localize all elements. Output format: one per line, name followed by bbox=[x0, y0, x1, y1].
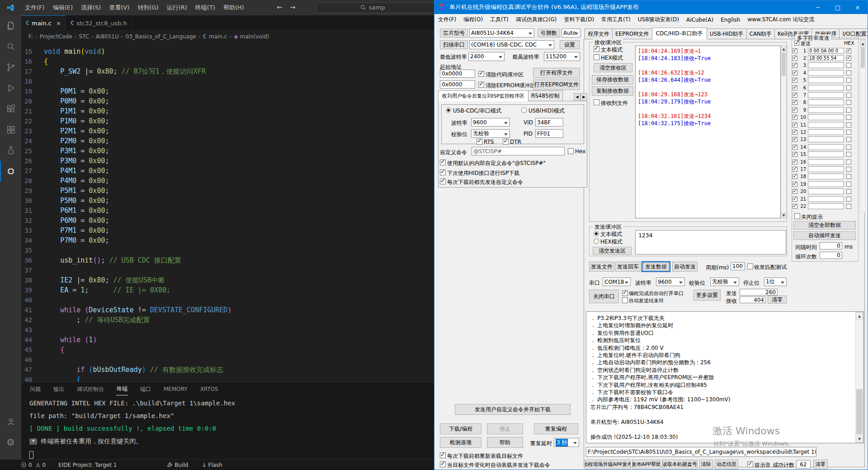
dtr-checkbox[interactable] bbox=[503, 139, 509, 145]
clear-receive-button[interactable]: 清空接收区 bbox=[594, 63, 632, 72]
clear-code-checkbox[interactable] bbox=[478, 71, 484, 77]
multi-string-input[interactable]: 18 00 55 54 bbox=[808, 55, 844, 61]
multi-hex-checkbox[interactable] bbox=[846, 93, 851, 98]
tab-main.c[interactable]: Cmain.c× bbox=[21, 15, 66, 31]
multi-string-input[interactable] bbox=[808, 196, 844, 202]
auto-load-send-checkbox[interactable] bbox=[440, 461, 446, 467]
chip-model-button[interactable]: 芯片型号 bbox=[440, 28, 468, 38]
stc-tab-EEPROM文件[interactable]: EEPROM文件 bbox=[612, 28, 652, 39]
menu-item-2[interactable]: 选择(S) bbox=[77, 4, 105, 12]
multi-string-input[interactable] bbox=[808, 92, 844, 98]
open-program-button[interactable]: 打开程序文件 bbox=[533, 68, 580, 78]
multi-hex-checkbox[interactable] bbox=[846, 160, 851, 164]
tab-stc32_stc8_usb.h[interactable]: Cstc32_stc8_usb.h bbox=[66, 15, 132, 31]
max-baud-select[interactable]: 115200 bbox=[544, 52, 580, 61]
stc-tab-USB-HID助手[interactable]: USB-HID助手 bbox=[707, 28, 747, 39]
custom-command-input[interactable]: @STCISP# bbox=[472, 147, 565, 155]
publish-app-help-button[interactable]: 发布APP帮助 bbox=[632, 460, 660, 469]
tab-reset-to-isp[interactable]: 收到用户命令后复位到ISP监控程序区 bbox=[438, 90, 528, 101]
multi-string-input[interactable] bbox=[808, 203, 844, 209]
multi-hex-checkbox[interactable] bbox=[846, 63, 851, 68]
breadcrumb-item[interactable]: main.c bbox=[209, 33, 227, 40]
multi-string-input[interactable] bbox=[808, 77, 844, 83]
multi-send-checkbox[interactable] bbox=[793, 93, 797, 98]
rts-checkbox[interactable] bbox=[476, 139, 482, 145]
multi-hex-checkbox[interactable] bbox=[846, 174, 851, 179]
stc-tab-程序文件[interactable]: 程序文件 bbox=[585, 28, 613, 39]
send-data-button[interactable]: 发送数据 bbox=[642, 261, 670, 272]
multi-hex-checkbox[interactable] bbox=[846, 167, 851, 172]
dynamic-info-button[interactable]: 动态信息 bbox=[715, 460, 738, 469]
multi-send-checkbox[interactable] bbox=[793, 152, 797, 157]
minimize-button[interactable]: ─ bbox=[808, 0, 828, 14]
clear-count-button[interactable]: 清零 bbox=[768, 296, 787, 304]
explorer-icon[interactable] bbox=[0, 15, 21, 36]
more-settings-button[interactable]: 更多设置 bbox=[693, 290, 721, 301]
help-button[interactable]: 帮助 bbox=[487, 437, 523, 448]
serial-parity-select[interactable]: 无校验 bbox=[710, 277, 739, 286]
vscode-logo-icon[interactable] bbox=[0, 4, 21, 12]
multi-string-input[interactable] bbox=[808, 144, 844, 150]
rx-hex-mode-checkbox[interactable] bbox=[594, 54, 599, 60]
stc-menu-item-3[interactable]: 调试仿真接口(G) bbox=[512, 16, 561, 24]
multi-send-checkbox[interactable] bbox=[793, 137, 797, 142]
close-serial-button[interactable]: 关闭串口 bbox=[589, 290, 619, 303]
multi-send-checkbox[interactable] bbox=[793, 145, 797, 150]
search-sidebar-icon[interactable] bbox=[0, 36, 21, 57]
multi-send-checkbox[interactable] bbox=[793, 78, 797, 83]
multi-string-input[interactable] bbox=[808, 174, 844, 179]
multi-string-input[interactable] bbox=[808, 136, 844, 142]
vid-input[interactable]: 34BF bbox=[535, 118, 563, 127]
nav-forward-icon[interactable]: → bbox=[290, 3, 296, 11]
device-info-panel[interactable]: . P3.2和P3.3与下次下载无关 . 上电复位时增加额外的复位延时 . 复位… bbox=[586, 311, 864, 443]
multi-string-input[interactable] bbox=[808, 114, 844, 120]
panel-tab-XRTOS[interactable]: XRTOS bbox=[200, 384, 219, 395]
tab-scroll-right-icon[interactable]: ▶ bbox=[580, 93, 587, 100]
interval-input[interactable]: 0 bbox=[820, 242, 842, 249]
multi-string-scrollbar[interactable]: ▲ bbox=[860, 40, 866, 213]
clear-eeprom-checkbox[interactable] bbox=[478, 82, 484, 88]
auto-loop-send-button[interactable]: 自动循环发送 bbox=[793, 231, 856, 240]
stc-tab-CDC/HID-串口助手[interactable]: CDC/HID-串口助手 bbox=[652, 28, 707, 39]
multi-send-checkbox[interactable] bbox=[793, 70, 797, 75]
multi-string-input[interactable] bbox=[808, 159, 844, 165]
multi-hex-checkbox[interactable] bbox=[846, 115, 851, 120]
receive-log-scrollbar[interactable]: ▲ ▼ bbox=[781, 46, 787, 218]
panel-tab-端口[interactable]: 端口 bbox=[140, 383, 151, 395]
stc-menu-item-7[interactable]: AiCube(A) bbox=[683, 17, 717, 23]
clear-button[interactable]: 清除 bbox=[699, 460, 713, 469]
close-button[interactable]: × bbox=[848, 0, 868, 14]
menu-item-3[interactable]: 查看(V) bbox=[105, 4, 133, 12]
info-scrollbar[interactable]: ▲ ▼ bbox=[855, 312, 863, 443]
download-program-button[interactable]: 下载/编程 bbox=[440, 423, 481, 434]
menu-item-5[interactable]: 运行(R) bbox=[163, 4, 191, 12]
multi-string-input[interactable] bbox=[808, 166, 844, 172]
rx-text-mode-checkbox[interactable] bbox=[594, 46, 599, 52]
use-hid-next-checkbox[interactable] bbox=[440, 169, 446, 175]
breadcrumb-item[interactable]: Ai8051U bbox=[96, 33, 119, 40]
clear-send-button[interactable]: 清空发送区 bbox=[593, 247, 632, 255]
tab-rs485[interactable]: RS485控制 bbox=[528, 90, 563, 101]
panel-tab-调试控制台[interactable]: 调试控制台 bbox=[76, 383, 104, 395]
save-receive-button[interactable]: 保存接收数据 bbox=[592, 75, 633, 85]
multi-hex-checkbox[interactable] bbox=[846, 56, 851, 61]
eeprom-address-input[interactable]: 0x0000 bbox=[440, 80, 475, 89]
panel-tab-问题[interactable]: 问题 bbox=[29, 383, 41, 395]
status-problems[interactable]: 0 ⚠ 0 bbox=[17, 462, 49, 468]
multi-hex-checkbox[interactable] bbox=[846, 70, 851, 75]
status-flash-button[interactable]: ↓ Flash bbox=[198, 462, 226, 468]
send-file-button[interactable]: 发送文件 bbox=[589, 262, 614, 272]
send-command-before-download-checkbox[interactable] bbox=[440, 179, 446, 184]
multi-hex-checkbox[interactable] bbox=[846, 100, 851, 105]
chip-model-select[interactable]: AI8051U-34K64 bbox=[469, 28, 534, 38]
breadcrumb[interactable]: F:›ProjectCode›STC›Ai8051U›03_Basics_of_… bbox=[21, 31, 434, 42]
serial-baud-select[interactable]: 9600 bbox=[656, 277, 685, 286]
multi-send-checkbox[interactable] bbox=[793, 63, 797, 68]
stc-menu-item-2[interactable]: 工具(T) bbox=[486, 16, 512, 24]
pin-count-select[interactable]: Auto bbox=[561, 28, 580, 38]
period-input[interactable]: 100 bbox=[731, 262, 745, 270]
tab-close-icon[interactable]: × bbox=[56, 20, 61, 27]
remote-explorer-icon[interactable] bbox=[0, 119, 21, 140]
breadcrumb-item[interactable]: ProjectCode bbox=[40, 33, 72, 40]
multi-send-checkbox[interactable] bbox=[793, 174, 797, 179]
